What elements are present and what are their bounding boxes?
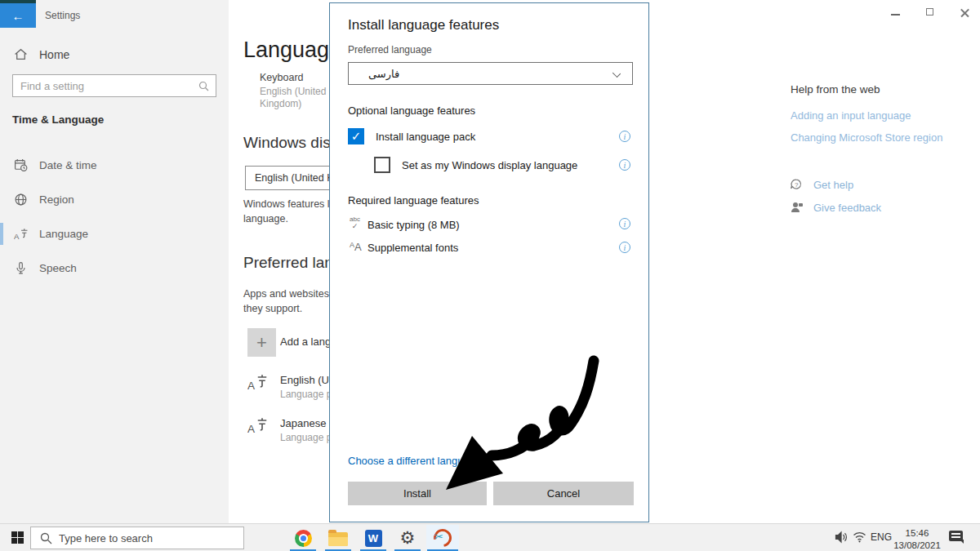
microphone-icon: [14, 261, 28, 275]
speaker-icon[interactable]: [835, 531, 849, 544]
sidebar-item-label: Home: [39, 48, 69, 61]
taskbar-search-input[interactable]: [59, 531, 230, 545]
keyboard-label: Keyboard: [260, 72, 304, 83]
set-display-language-label: Set as my Windows display language: [402, 159, 577, 171]
word-icon: W: [365, 530, 382, 547]
taskbar-settings-button[interactable]: ⚙: [394, 525, 421, 551]
hand-drawn-arrow-annotation: [441, 353, 604, 504]
feedback-person-icon: [791, 201, 804, 214]
supplemental-fonts-label: Supplemental fonts: [368, 242, 458, 254]
sidebar-section-title: Time & Language: [12, 113, 104, 126]
taskbar: W ⚙ ✂: [0, 523, 980, 551]
taskbar-word-button[interactable]: W: [359, 525, 387, 551]
language-pack-icon: A: [247, 415, 267, 435]
svg-text:A: A: [14, 232, 20, 241]
info-icon[interactable]: i: [619, 218, 630, 229]
svg-text:A: A: [247, 423, 255, 435]
scissors-icon: ✂: [430, 526, 456, 551]
install-language-pack-label: Install language pack: [376, 131, 475, 143]
dialog-title: Install language features: [348, 17, 499, 33]
set-display-language-checkbox[interactable]: [374, 157, 390, 173]
taskbar-snipping-tool-button[interactable]: ✂: [426, 525, 459, 551]
calendar-clock-icon: [14, 158, 28, 172]
minimize-button[interactable]: [891, 14, 900, 16]
supplemental-fonts-icon: AA: [350, 241, 362, 253]
plus-icon: +: [256, 332, 267, 353]
find-setting-search[interactable]: [12, 74, 216, 97]
back-button[interactable]: ←: [0, 3, 36, 28]
folder-icon: [328, 532, 348, 546]
page-title: Language: [243, 38, 341, 63]
sidebar-item-region[interactable]: Region: [0, 186, 229, 214]
optional-features-heading: Optional language features: [348, 104, 475, 117]
selected-nav-accent-bar: [0, 223, 3, 245]
sidebar-item-label: Speech: [39, 262, 77, 274]
close-button[interactable]: [960, 7, 970, 18]
gear-icon: ⚙: [400, 528, 416, 548]
start-button[interactable]: [11, 531, 24, 544]
chevron-down-icon: [612, 69, 621, 78]
get-help-icon: ?: [790, 178, 804, 192]
give-feedback-link[interactable]: Give feedback: [813, 202, 881, 214]
svg-text:?: ?: [795, 181, 799, 189]
search-icon: [40, 532, 52, 544]
help-heading: Help from the web: [791, 83, 880, 96]
basic-typing-icon: abc✓: [350, 216, 360, 229]
globe-icon: [14, 193, 28, 207]
sidebar-item-label: Date & time: [39, 159, 97, 171]
add-language-button[interactable]: +: [247, 328, 276, 357]
required-features-heading: Required language features: [348, 194, 479, 207]
language-row-english[interactable]: A: [247, 372, 267, 395]
clock[interactable]: 15:46 13/08/2021: [893, 527, 941, 551]
taskbar-chrome-button[interactable]: [289, 525, 317, 551]
svg-text:A: A: [247, 380, 255, 392]
language-name: Japanese: [280, 417, 326, 429]
home-icon: [14, 47, 28, 61]
sidebar-item-home[interactable]: Home: [0, 41, 229, 69]
info-icon[interactable]: i: [619, 159, 630, 171]
action-center-icon[interactable]: [949, 531, 963, 541]
restore-button[interactable]: [926, 8, 933, 16]
sidebar-item-date-time[interactable]: Date & time: [0, 152, 229, 180]
time: 15:46: [893, 527, 941, 540]
taskbar-search[interactable]: [30, 527, 244, 549]
info-icon[interactable]: i: [619, 242, 630, 253]
screen: Home Time & Language Date & time Region …: [0, 0, 980, 551]
wifi-icon[interactable]: [853, 531, 866, 543]
app-title: Settings: [45, 10, 80, 21]
language-row-japanese[interactable]: A: [247, 415, 267, 438]
sidebar-item-label: Language: [39, 228, 88, 240]
search-input[interactable]: [20, 78, 192, 93]
date: 13/08/2021: [893, 540, 941, 551]
sidebar-item-label: Region: [39, 193, 74, 206]
taskbar-file-explorer-button[interactable]: [324, 525, 352, 551]
input-language-indicator[interactable]: ENG: [871, 531, 892, 543]
help-link-input-language[interactable]: Adding an input language: [791, 109, 911, 122]
chrome-icon: [295, 530, 312, 547]
display-desc-line2: language.: [243, 213, 288, 224]
language-pack-icon: A: [247, 372, 267, 392]
selected-language-value: فارسی: [368, 68, 399, 80]
search-icon: [198, 81, 209, 91]
help-link-store-region[interactable]: Changing Microsoft Store region: [791, 131, 942, 144]
language-icon: A: [14, 227, 28, 241]
sidebar-item-speech[interactable]: Speech: [0, 255, 229, 282]
sidebar: Home Time & Language Date & time Region …: [0, 0, 229, 523]
info-icon[interactable]: i: [619, 131, 630, 142]
sidebar-item-language[interactable]: A Language: [0, 220, 229, 248]
preferred-language-label: Preferred language: [348, 44, 432, 56]
get-help-link[interactable]: Get help: [813, 179, 853, 191]
preferred-desc-line2: they support.: [243, 303, 302, 314]
install-language-pack-checkbox[interactable]: ✓: [348, 128, 364, 144]
preferred-language-dropdown[interactable]: فارسی: [348, 62, 633, 85]
basic-typing-label: Basic typing (8 MB): [368, 219, 460, 231]
